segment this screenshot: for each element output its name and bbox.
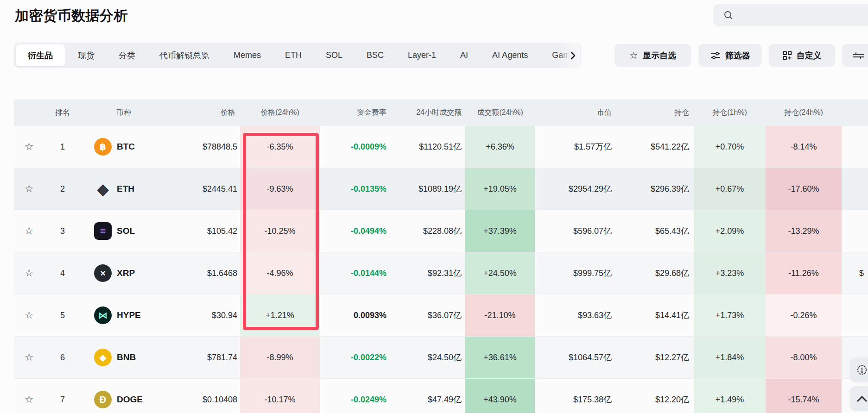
sol-icon: ≡ <box>94 222 112 240</box>
show-watchlist-label: 显示自选 <box>643 50 676 61</box>
rank-cell: 3 <box>44 210 81 252</box>
open-interest-cell: $12.27亿 <box>620 337 694 378</box>
table-row[interactable]: ☆ 2 ◆ ETH $2445.41 -9.63% -0.0135% $1089… <box>14 168 868 210</box>
table-body: ☆ 1 ฿ BTC $78848.5 -6.35% -0.0009% $1120… <box>14 126 868 413</box>
coin-cell[interactable]: ◆ ETH <box>81 168 171 210</box>
coin-symbol: ETH <box>117 184 134 194</box>
volume-change-24h-cell: -21.10% <box>465 294 535 336</box>
volume-24h-cell: $47.49亿 <box>390 379 465 413</box>
tab[interactable]: ETH <box>273 44 314 66</box>
favorite-star-icon[interactable]: ☆ <box>14 126 44 168</box>
tab[interactable]: 代币解锁总览 <box>147 44 222 66</box>
oi-change-24h-cell: -15.74% <box>766 379 842 413</box>
filter-button[interactable]: 筛选器 <box>698 44 762 67</box>
tab[interactable]: 分类 <box>107 44 147 66</box>
funding-rate-cell: -0.0144% <box>320 252 390 294</box>
header-price[interactable]: 价格 <box>171 100 240 126</box>
favorite-star-icon[interactable]: ☆ <box>14 210 44 252</box>
column-settings-button[interactable] <box>842 44 868 67</box>
tab[interactable]: 现货 <box>66 44 107 66</box>
header-price-24h[interactable]: 价格(24h%) <box>240 100 320 126</box>
table-row[interactable]: ☆ 6 ◆ BNB $781.74 -8.99% -0.0022% $24.50… <box>14 337 868 379</box>
bnb-icon: ◆ <box>94 349 112 366</box>
tab[interactable]: AI Agents <box>480 44 540 66</box>
favorite-star-icon[interactable]: ☆ <box>14 337 44 378</box>
favorite-star-icon[interactable]: ☆ <box>14 294 44 336</box>
xrp-icon: × <box>94 264 112 282</box>
rank-cell: 1 <box>44 126 81 168</box>
rank-cell: 2 <box>44 168 81 210</box>
tab[interactable]: BSC <box>355 44 396 66</box>
column-sliders-icon <box>852 51 864 60</box>
volume-change-24h-cell: +19.05% <box>465 168 535 210</box>
coin-cell[interactable]: Ð DOGE <box>81 379 171 413</box>
header-extra <box>842 100 868 126</box>
open-interest-cell: $29.68亿 <box>620 252 694 294</box>
volume-24h-cell: $92.31亿 <box>390 252 465 294</box>
funding-rate-cell: -0.0249% <box>320 379 390 413</box>
header-open-interest[interactable]: 持仓 <box>620 100 694 126</box>
volume-change-24h-cell: +6.36% <box>465 126 535 168</box>
tab[interactable]: AI <box>448 44 480 66</box>
header-volume-change[interactable]: 成交额(24h%) <box>465 100 535 126</box>
coin-symbol: HYPE <box>117 310 141 320</box>
feedback-badge-button[interactable] <box>849 357 868 382</box>
price-change-24h-cell: -6.35% <box>240 126 320 168</box>
header-volume-24h[interactable]: 24小时成交额 <box>390 100 465 126</box>
search-box[interactable] <box>713 4 868 26</box>
table-row[interactable]: ☆ 1 ฿ BTC $78848.5 -6.35% -0.0009% $1120… <box>14 126 868 168</box>
header-rank[interactable]: 排名 <box>44 100 81 126</box>
volume-change-24h-cell: +24.50% <box>465 252 535 294</box>
tab[interactable]: Layer-1 <box>396 44 448 66</box>
coin-cell[interactable]: ≡ SOL <box>81 210 171 252</box>
chevron-up-icon <box>857 396 867 402</box>
table-row[interactable]: ☆ 4 × XRP $1.6468 -4.96% -0.0144% $92.31… <box>14 252 868 294</box>
search-input[interactable] <box>738 11 868 19</box>
coin-cell[interactable]: ฿ BTC <box>81 126 171 168</box>
favorite-star-icon[interactable]: ☆ <box>14 168 44 210</box>
table-row[interactable]: ☆ 7 Ð DOGE $0.10408 -10.17% -0.0249% $47… <box>14 379 868 413</box>
coin-cell[interactable]: × XRP <box>81 252 171 294</box>
open-interest-cell: $65.43亿 <box>620 210 694 252</box>
market-cap-cell: $1064.57亿 <box>535 337 620 378</box>
oi-change-24h-cell: -8.00% <box>766 337 842 378</box>
market-cap-cell: $1.57万亿 <box>535 126 620 168</box>
oi-change-1h-cell: +0.67% <box>694 168 766 210</box>
coin-cell[interactable]: ⋈ HYPE <box>81 294 171 336</box>
tab-label: AI <box>460 50 468 60</box>
favorite-star-icon[interactable]: ☆ <box>14 379 44 413</box>
tab[interactable]: SOL <box>314 44 355 66</box>
open-interest-cell: $12.20亿 <box>620 379 694 413</box>
price-change-24h-cell: -10.25% <box>240 210 320 252</box>
tab[interactable]: 衍生品 <box>16 44 65 66</box>
market-cap-cell: $596.07亿 <box>535 210 620 252</box>
header-coin[interactable]: 币种 <box>81 100 171 126</box>
oi-change-1h-cell: +3.23% <box>694 252 766 294</box>
show-watchlist-button[interactable]: ☆ 显示自选 <box>615 44 691 67</box>
tab-label: AI Agents <box>492 50 528 60</box>
table-row[interactable]: ☆ 5 ⋈ HYPE $30.94 +1.21% 0.0093% $36.07亿… <box>14 294 868 337</box>
extra-cell <box>842 210 868 252</box>
open-interest-cell: $296.39亿 <box>620 168 694 210</box>
coin-cell[interactable]: ◆ BNB <box>81 337 171 378</box>
table-row[interactable]: ☆ 3 ≡ SOL $105.42 -10.25% -0.0494% $228.… <box>14 210 868 252</box>
market-cap-cell: $2954.29亿 <box>535 168 620 210</box>
coin-symbol: XRP <box>117 268 135 278</box>
coin-symbol: BTC <box>117 142 135 152</box>
header-oi-1h[interactable]: 持仓(1h%) <box>694 100 766 126</box>
header-oi-24h[interactable]: 持仓(24h%) <box>766 100 842 126</box>
hype-icon: ⋈ <box>94 307 112 324</box>
rank-cell: 7 <box>44 379 81 413</box>
favorite-star-icon[interactable]: ☆ <box>14 252 44 294</box>
oi-change-24h-cell: -17.60% <box>766 168 842 210</box>
customize-button[interactable]: 自定义 <box>769 44 835 67</box>
market-cap-cell: $999.75亿 <box>535 252 620 294</box>
header-market-cap[interactable]: 市值 <box>535 100 620 126</box>
back-to-top-button[interactable] <box>849 386 868 411</box>
oi-change-1h-cell: +1.73% <box>694 294 766 336</box>
header-funding-rate[interactable]: 资金费率 <box>320 100 390 126</box>
tab[interactable]: Memes <box>222 44 273 66</box>
funding-rate-cell: 0.0093% <box>320 294 390 336</box>
tabs-more-chevron[interactable] <box>558 43 580 68</box>
tab-bar: 衍生品 现货 分类 代币解锁总览 Memes ETH SOL BSC Layer… <box>14 43 581 68</box>
